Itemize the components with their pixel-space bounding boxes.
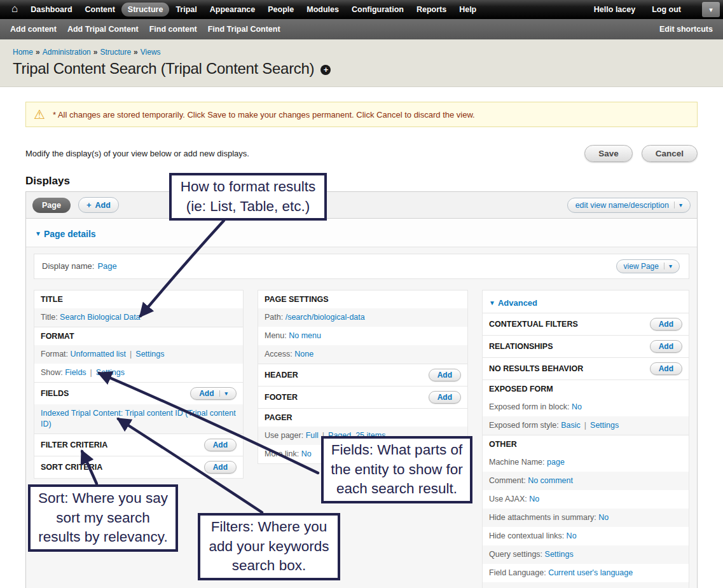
advanced-toggle[interactable]: ▼ Advanced: [489, 298, 537, 308]
exposed-style-link[interactable]: Basic: [561, 421, 581, 430]
field-language-link[interactable]: Current user's language: [548, 568, 633, 577]
menu-link[interactable]: No menu: [289, 331, 321, 340]
display-name-link[interactable]: Page: [97, 261, 116, 271]
section-other: OTHER: [483, 435, 689, 453]
toolbar-toggle-button[interactable]: ▾: [702, 2, 720, 17]
note-fields: Fields: What parts of the entity to show…: [321, 436, 472, 503]
save-button[interactable]: Save: [584, 145, 633, 162]
query-settings-link[interactable]: Settings: [545, 550, 574, 559]
section-title: TITLE: [34, 291, 243, 308]
cancel-button[interactable]: Cancel: [642, 145, 698, 162]
relationships-add-button[interactable]: Add: [650, 340, 682, 353]
shortcut-find-tripal-content[interactable]: Find Tripal Content: [208, 25, 280, 34]
shortcut-add-content[interactable]: Add content: [10, 25, 57, 34]
hide-attachments-link[interactable]: No: [598, 513, 609, 522]
display-name-row: Display name: Page view Page ▾: [34, 254, 689, 279]
use-ajax-link[interactable]: No: [529, 495, 539, 503]
breadcrumb-structure[interactable]: Structure: [100, 48, 131, 57]
format-settings-link[interactable]: Settings: [135, 350, 164, 359]
hide-contextual-link[interactable]: No: [567, 531, 577, 540]
format-link[interactable]: Unformatted list: [71, 350, 127, 359]
display-name-label: Display name:: [42, 261, 94, 271]
breadcrumb-separator: »: [134, 48, 138, 57]
page-header: Home»Administration»Structure»Views Trip…: [0, 39, 723, 87]
fields-item-row: Indexed Tripal Content: Tripal content I…: [34, 404, 243, 434]
note-filters: Filters: Where you add your keywords sea…: [198, 513, 340, 580]
breadcrumb-home[interactable]: Home: [13, 48, 33, 57]
fields-add-button[interactable]: Add ▾: [190, 387, 237, 400]
title-row: Title: Search Biological Data: [34, 308, 243, 327]
breadcrumb-views[interactable]: Views: [141, 48, 161, 57]
exposed-block-link[interactable]: No: [572, 402, 582, 411]
warning-text: * All changes are stored temporarily. Cl…: [53, 110, 475, 120]
chevron-down-icon: ▾: [674, 202, 682, 209]
sort-add-button[interactable]: Add: [204, 461, 237, 474]
page-details-toggle[interactable]: ▼ Page details: [35, 229, 96, 239]
admin-toolbar: ⌂ Dashboard Content Structure Tripal App…: [0, 0, 723, 19]
field-language-row: Field Language: Current user's language: [483, 564, 689, 582]
breadcrumb-separator: »: [93, 48, 98, 57]
add-display-button[interactable]: + Add: [78, 197, 119, 213]
toolbar-item-configuration[interactable]: Configuration: [345, 3, 410, 17]
hide-contextual-row: Hide contextual links: No: [483, 527, 689, 545]
page-details-bar: ▼ Page details: [26, 219, 697, 247]
shortcut-add-tripal-content[interactable]: Add Tripal Content: [67, 25, 139, 34]
machine-name-link[interactable]: page: [547, 458, 565, 467]
advanced-toggle-row: ▼ Advanced: [483, 291, 689, 313]
modify-row: Modify the display(s) of your view below…: [25, 145, 698, 162]
toolbar-item-structure[interactable]: Structure: [121, 3, 170, 17]
breadcrumb-separator: »: [36, 48, 40, 57]
menu-row: Menu: No menu: [258, 327, 467, 345]
chevron-down-icon: ▾: [709, 6, 713, 14]
filter-add-button[interactable]: Add: [204, 439, 237, 451]
toolbar-item-people[interactable]: People: [261, 3, 300, 17]
home-icon[interactable]: ⌂: [6, 3, 24, 17]
exposed-block-row: Exposed form in block: No: [483, 398, 689, 416]
shortcuts-bar: Add content Add Tripal Content Find cont…: [0, 19, 723, 39]
section-sort-criteria: SORT CRITERIA Add: [34, 456, 243, 478]
breadcrumb: Home»Administration»Structure»Views: [13, 48, 710, 57]
exposed-style-settings-link[interactable]: Settings: [590, 421, 619, 430]
field-link[interactable]: Indexed Tripal Content: Tripal content I…: [41, 409, 236, 428]
toolbar-item-help[interactable]: Help: [453, 3, 483, 17]
add-shortcut-icon[interactable]: +: [320, 65, 331, 75]
query-settings-row: Query settings: Settings: [483, 545, 689, 564]
breadcrumb-administration[interactable]: Administration: [43, 48, 91, 57]
path-link[interactable]: /search/biological-data: [286, 313, 365, 322]
more-link[interactable]: No: [301, 449, 312, 458]
access-link[interactable]: None: [294, 350, 313, 359]
footer-add-button[interactable]: Add: [429, 391, 461, 404]
drupal-views-edit-page: ⌂ Dashboard Content Structure Tripal App…: [0, 0, 723, 588]
tab-page[interactable]: Page: [32, 198, 71, 213]
toolbar-item-reports[interactable]: Reports: [410, 3, 453, 17]
logout-link[interactable]: Log out: [652, 5, 681, 14]
display-tabs: Page + Add edit view name/description ▾: [26, 192, 697, 219]
edit-view-name-button[interactable]: edit view name/description ▾: [567, 198, 691, 213]
use-pager-link[interactable]: Full: [306, 431, 319, 440]
section-page-settings: PAGE SETTINGS: [258, 291, 467, 308]
toolbar-item-tripal[interactable]: Tripal: [169, 3, 203, 17]
shortcut-find-content[interactable]: Find content: [149, 25, 197, 34]
show-settings-link[interactable]: Settings: [96, 368, 125, 377]
toolbar-item-modules[interactable]: Modules: [300, 3, 345, 17]
edit-shortcuts-link[interactable]: Edit shortcuts: [659, 25, 713, 34]
section-pager: PAGER: [258, 408, 467, 427]
section-contextual-filters: CONTEXTUAL FILTERS Add: [483, 313, 689, 335]
title-link[interactable]: Search Biological Data: [60, 313, 140, 322]
header-add-button[interactable]: Add: [429, 369, 461, 381]
section-no-results-behavior: NO RESULTS BEHAVIOR Add: [483, 357, 689, 379]
chevron-down-icon: ▾: [219, 390, 228, 397]
show-link[interactable]: Fields: [65, 368, 86, 377]
no-results-add-button[interactable]: Add: [650, 362, 682, 375]
path-row: Path: /search/biological-data: [258, 308, 467, 327]
comment-link[interactable]: No comment: [528, 476, 573, 485]
section-relationships: RELATIONSHIPS Add: [483, 335, 689, 357]
contextual-filters-add-button[interactable]: Add: [650, 318, 682, 331]
toolbar-item-appearance[interactable]: Appearance: [203, 3, 262, 17]
warning-message: ⚠ * All changes are stored temporarily. …: [25, 102, 698, 127]
toolbar-item-dashboard[interactable]: Dashboard: [24, 3, 78, 17]
view-page-button[interactable]: view Page ▾: [616, 259, 680, 273]
section-footer: FOOTER Add: [258, 386, 467, 408]
toolbar-item-content[interactable]: Content: [79, 3, 121, 17]
comment-row: Comment: No comment: [483, 472, 689, 490]
